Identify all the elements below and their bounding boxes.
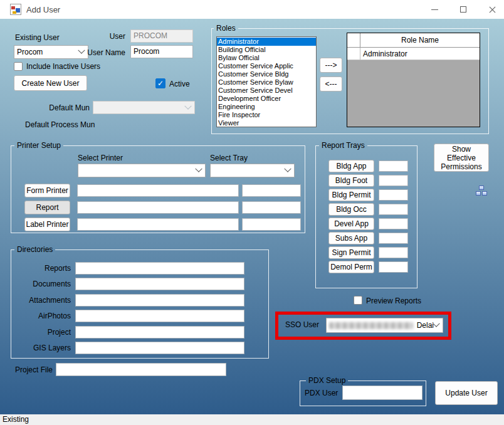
roles-list-item[interactable]: Building Official bbox=[217, 46, 316, 54]
roles-list-item[interactable]: Viewer bbox=[217, 119, 316, 127]
bldg-permit-tray-input[interactable] bbox=[379, 189, 408, 201]
pdx-setup-group-label: PDX Setup bbox=[306, 376, 348, 386]
close-button[interactable] bbox=[478, 0, 504, 19]
move-role-left-button[interactable]: <--- bbox=[320, 76, 342, 92]
table-row[interactable]: Administrator bbox=[347, 48, 480, 60]
project-file-input[interactable] bbox=[56, 363, 226, 376]
roles-list-item[interactable]: Fire Inspector bbox=[217, 111, 316, 119]
select-printer-combo[interactable] bbox=[78, 164, 206, 177]
roles-list-item[interactable]: Customer Service Applic bbox=[217, 62, 316, 70]
status-text: Existing bbox=[3, 415, 29, 424]
documents-dir-label: Documents bbox=[11, 280, 71, 288]
maximize-button[interactable] bbox=[449, 0, 478, 19]
user-name-field[interactable]: Procom bbox=[130, 45, 193, 58]
window-title: Add User bbox=[26, 5, 60, 14]
project-dir-input[interactable] bbox=[75, 326, 244, 338]
icon-yellow-square bbox=[13, 11, 16, 14]
grid-column-header: Role Name bbox=[360, 33, 480, 47]
roles-list-item[interactable]: Customer Service Bylaw bbox=[217, 78, 316, 87]
roles-list-item[interactable]: Administrator bbox=[217, 38, 316, 46]
bldg-occ-button[interactable]: Bldg Occ bbox=[328, 203, 374, 216]
default-mun-combo bbox=[93, 101, 195, 114]
report-printer-input[interactable] bbox=[77, 201, 239, 214]
user-name-label: User Name bbox=[87, 48, 125, 57]
label-printer-input[interactable] bbox=[77, 218, 239, 231]
reports-dir-label: Reports bbox=[11, 264, 71, 273]
roles-list-item[interactable]: Development Officer bbox=[217, 95, 316, 103]
chevron-down-icon bbox=[78, 47, 85, 54]
close-icon bbox=[488, 6, 496, 14]
airphotos-dir-input[interactable] bbox=[75, 310, 244, 322]
label-printer-tray-input[interactable] bbox=[242, 218, 301, 231]
grid-corner-cell bbox=[347, 33, 360, 47]
default-mun-label: Default Mun bbox=[38, 103, 90, 112]
documents-dir-input[interactable] bbox=[75, 278, 244, 290]
devel-app-tray-input[interactable] bbox=[379, 218, 408, 229]
roles-listbox[interactable]: Administrator Building Official Bylaw Of… bbox=[216, 36, 317, 127]
label-printer-button[interactable]: Label Printer bbox=[24, 218, 70, 231]
select-tray-combo[interactable] bbox=[210, 164, 295, 177]
preview-reports-checkbox[interactable] bbox=[354, 296, 362, 305]
project-file-label: Project File bbox=[15, 365, 53, 374]
report-printer-button[interactable]: Report bbox=[24, 201, 70, 214]
gis-layers-dir-input[interactable] bbox=[75, 342, 244, 354]
icon-blue-square bbox=[16, 8, 20, 13]
sign-permit-button[interactable]: Sign Permit bbox=[328, 246, 374, 259]
select-tray-label: Select Tray bbox=[210, 154, 248, 162]
form-printer-input[interactable] bbox=[77, 184, 239, 197]
user-label: User bbox=[88, 32, 125, 41]
maximize-icon bbox=[460, 6, 466, 13]
active-label: Active bbox=[169, 80, 190, 88]
sign-permit-tray-input[interactable] bbox=[379, 247, 408, 258]
attachments-dir-input[interactable] bbox=[75, 294, 244, 307]
default-process-mun-label: Default Process Mun bbox=[25, 120, 95, 129]
form-printer-button[interactable]: Form Printer bbox=[24, 184, 70, 197]
gis-layers-dir-label: GIS Layers bbox=[11, 344, 71, 352]
preview-reports-label: Preview Reports bbox=[366, 296, 421, 305]
grid-row-header bbox=[347, 48, 360, 60]
project-dir-label: Project bbox=[11, 328, 71, 337]
roles-group-label: Roles bbox=[214, 24, 238, 33]
bldg-app-tray-input[interactable] bbox=[379, 160, 408, 172]
demol-perm-tray-input[interactable] bbox=[379, 261, 408, 273]
bldg-foot-button[interactable]: Bldg Foot bbox=[328, 174, 374, 187]
subs-app-button[interactable]: Subs App bbox=[328, 232, 374, 244]
roles-list-item[interactable]: Customer Service Bldg bbox=[217, 70, 316, 78]
form-printer-tray-input[interactable] bbox=[242, 184, 301, 197]
existing-user-combo[interactable]: Procom bbox=[14, 45, 88, 59]
reports-dir-input[interactable] bbox=[75, 262, 244, 275]
airphotos-dir-label: AirPhotos bbox=[11, 312, 71, 320]
move-role-right-button[interactable]: ---> bbox=[320, 58, 342, 73]
bldg-app-button[interactable]: Bldg App bbox=[328, 160, 374, 172]
bldg-occ-tray-input[interactable] bbox=[379, 204, 408, 215]
user-field: PROCOM bbox=[130, 29, 193, 43]
attachments-dir-label: Attachments bbox=[11, 296, 71, 305]
devel-app-button[interactable]: Devel App bbox=[328, 218, 374, 230]
pdx-user-input[interactable] bbox=[342, 386, 423, 400]
app-form-icon bbox=[10, 4, 21, 15]
minimize-button[interactable] bbox=[420, 0, 449, 19]
minimize-icon bbox=[431, 9, 438, 10]
include-inactive-users-label: Include Inactive Users bbox=[26, 62, 100, 71]
roles-list-item[interactable]: Bylaw Official bbox=[217, 54, 316, 62]
report-printer-tray-input[interactable] bbox=[242, 201, 301, 214]
active-checkbox[interactable]: ✓ bbox=[155, 78, 165, 88]
demol-perm-button[interactable]: Demol Perm bbox=[328, 261, 374, 273]
chevron-down-icon bbox=[184, 102, 191, 109]
bldg-foot-tray-input[interactable] bbox=[379, 175, 408, 186]
update-user-button[interactable]: Update User bbox=[435, 381, 498, 405]
bldg-permit-button[interactable]: Bldg Permit bbox=[328, 189, 374, 201]
existing-user-label: Existing User bbox=[15, 33, 60, 42]
subs-app-tray-input[interactable] bbox=[379, 233, 408, 244]
icon-red-square bbox=[11, 6, 15, 9]
include-inactive-users-checkbox[interactable] bbox=[14, 62, 23, 71]
select-printer-label: Select Printer bbox=[78, 154, 123, 162]
red-highlight-annotation bbox=[275, 312, 451, 340]
roles-list-item[interactable]: Customer Service Devel bbox=[217, 87, 316, 95]
roles-list-item[interactable]: Engineering bbox=[217, 103, 316, 111]
create-new-user-button[interactable]: Create New User bbox=[14, 75, 87, 91]
show-effective-permissions-button[interactable]: Show Effective Permissions bbox=[434, 144, 489, 172]
report-trays-group-label: Report Trays bbox=[319, 141, 367, 150]
directories-group-label: Directories bbox=[14, 245, 55, 254]
assigned-roles-grid[interactable]: Role Name Administrator bbox=[347, 33, 480, 127]
